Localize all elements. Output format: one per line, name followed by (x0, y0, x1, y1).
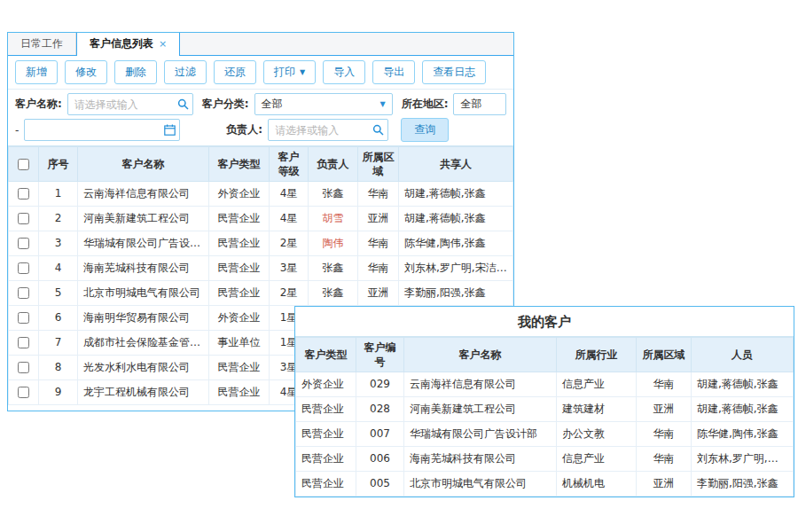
button-label: 打印 (274, 65, 295, 80)
tab-close-icon[interactable]: × (159, 38, 167, 50)
customer-name-link[interactable]: 成都市社会保险基金管理... (78, 331, 209, 356)
calendar-icon[interactable] (164, 124, 176, 136)
owner-link[interactable]: 张鑫 (309, 182, 358, 207)
row-checkbox[interactable] (18, 262, 29, 274)
region-cell: 华南 (637, 447, 692, 472)
row-checkbox[interactable] (18, 238, 29, 249)
col-header-customer-code: 客户编号 (356, 338, 404, 372)
customer-code-link[interactable]: 005 (356, 472, 404, 497)
owner-link[interactable]: 张鑫 (309, 256, 358, 281)
select-all-cell (9, 147, 39, 182)
customer-name-link[interactable]: 北京市明城电气有限公司 (404, 472, 557, 497)
customer-name-input[interactable] (67, 93, 193, 115)
category-select-value: 全部 (262, 97, 283, 112)
query-button[interactable]: 查询 (401, 118, 449, 142)
people-cell: 胡建,蒋德帧,张鑫 (692, 372, 794, 397)
customer-code-link[interactable]: 006 (356, 447, 404, 472)
customer-name-link[interactable]: 云南海祥信息有限公司 (78, 182, 209, 207)
import-button[interactable]: 导入 (323, 60, 365, 84)
customer-name-link[interactable]: 海南明华贸易有限公司 (78, 306, 209, 331)
search-icon[interactable] (177, 98, 189, 110)
button-label: 查看日志 (433, 65, 475, 80)
table-row: 民营企业006海南芜城科技有限公司信息产业华南刘东林,罗广明,宋洁然... (296, 447, 794, 472)
row-checkbox[interactable] (18, 213, 29, 224)
view-log-button[interactable]: 查看日志 (422, 60, 486, 84)
industry-cell: 信息产业 (557, 372, 637, 397)
owner-link[interactable]: 胡雪 (309, 207, 358, 231)
row-number-cell: 2 (39, 207, 78, 231)
customer-name-link[interactable]: 云南海祥信息有限公司 (404, 372, 557, 397)
row-checkbox[interactable] (18, 387, 29, 398)
customer-name-link[interactable]: 河南美新建筑工程公司 (78, 207, 209, 231)
shared-people-cell: 胡建,蒋德帧,张鑫 (399, 182, 513, 207)
customer-code-link[interactable]: 007 (356, 422, 404, 447)
customer-name-link[interactable]: 海南芜城科技有限公司 (78, 256, 209, 281)
customer-name-link[interactable]: 北京市明城电气有限公司 (78, 281, 209, 306)
row-number-cell: 8 (39, 356, 78, 380)
customer-name-link[interactable]: 河南美新建筑工程公司 (404, 397, 557, 422)
customer-name-link[interactable]: 光发水利水电有限公司 (78, 356, 209, 380)
filter-button[interactable]: 过滤 (164, 60, 207, 84)
row-checkbox[interactable] (18, 287, 29, 299)
customer-type-cell: 外资企业 (296, 372, 356, 397)
button-label: 删除 (125, 65, 146, 80)
owner-link[interactable]: 陶伟 (309, 231, 358, 256)
row-checkbox[interactable] (18, 337, 29, 348)
add-button[interactable]: 新增 (15, 60, 58, 84)
delete-button[interactable]: 删除 (114, 60, 157, 84)
table-row: 外资企业029云南海祥信息有限公司信息产业华南胡建,蒋德帧,张鑫 (296, 372, 794, 397)
row-checkbox[interactable] (18, 312, 29, 324)
row-select-cell (9, 182, 39, 207)
region-cell: 亚洲 (358, 207, 399, 231)
row-number-cell: 9 (39, 380, 78, 405)
customer-type-cell: 事业单位 (209, 331, 270, 356)
customer-type-cell: 民营企业 (209, 231, 270, 256)
row-number-cell: 1 (39, 182, 78, 207)
customer-code-link[interactable]: 029 (356, 372, 404, 397)
customer-name-link[interactable]: 龙宇工程机械有限公司 (78, 380, 209, 405)
date-input[interactable] (24, 119, 180, 141)
table-row: 4海南芜城科技有限公司民营企业3星张鑫华南刘东林,罗广明,宋洁然,张鑫 (9, 256, 513, 281)
industry-cell: 信息产业 (557, 447, 637, 472)
col-header-region: 所属区域 (637, 338, 692, 372)
modify-button[interactable]: 修改 (65, 60, 107, 84)
tab-daily-work[interactable]: 日常工作 (8, 33, 76, 55)
export-button[interactable]: 导出 (372, 60, 415, 84)
row-select-cell (9, 331, 39, 356)
col-header-customer-level: 客户等级 (270, 147, 309, 182)
col-header-customer-name: 客户名称 (404, 338, 557, 372)
customer-type-cell: 外资企业 (209, 182, 270, 207)
customer-name-link[interactable]: 华瑞城有限公司广告设计部 (78, 231, 209, 256)
search-icon[interactable] (372, 124, 384, 136)
owner-input[interactable] (268, 119, 388, 141)
date-range-separator: - (15, 124, 19, 137)
customer-code-link[interactable]: 028 (356, 397, 404, 422)
table-row: 2河南美新建筑工程公司民营企业4星胡雪亚洲胡建,蒋德帧,张鑫 (9, 207, 513, 231)
row-checkbox[interactable] (18, 362, 29, 373)
my-customers-table: 客户类型 客户编号 客户名称 所属行业 所属区域 人员 外资企业029云南海祥信… (295, 337, 794, 497)
customer-type-cell: 民营企业 (296, 447, 356, 472)
print-button[interactable]: 打印▼ (263, 60, 316, 84)
category-select[interactable]: 全部 ▼ (254, 93, 393, 115)
restore-button[interactable]: 还原 (214, 60, 256, 84)
button-label: 新增 (26, 65, 47, 80)
filter-row-1: 客户名称: 客户分类: 全部 ▼ 所在地区: 全部 (15, 91, 506, 117)
customer-name-link[interactable]: 海南芜城科技有限公司 (404, 447, 557, 472)
row-select-cell (9, 356, 39, 380)
owner-label: 负责人: (226, 122, 262, 137)
owner-link[interactable]: 张鑫 (309, 281, 358, 306)
filter-row-2: - 负责人: 查询 (15, 117, 506, 143)
tab-customer-list[interactable]: 客户信息列表× (76, 33, 180, 56)
industry-cell: 建筑建材 (557, 397, 637, 422)
col-header-customer-type: 客户类型 (296, 338, 356, 372)
row-checkbox[interactable] (18, 188, 29, 200)
customer-level-cell: 2星 (270, 281, 309, 306)
tab-customer-list-label: 客户信息列表 (90, 37, 153, 50)
region-cell: 华南 (358, 231, 399, 256)
customer-name-link[interactable]: 华瑞城有限公司广告设计部 (404, 422, 557, 447)
select-all-checkbox[interactable] (18, 159, 29, 170)
customer-type-cell: 民营企业 (296, 422, 356, 447)
table-row: 民营企业005北京市明城电气有限公司机械机电亚洲李勤丽,阳强,张鑫 (296, 472, 794, 497)
row-select-cell (9, 231, 39, 256)
region-select[interactable]: 全部 (453, 93, 506, 115)
